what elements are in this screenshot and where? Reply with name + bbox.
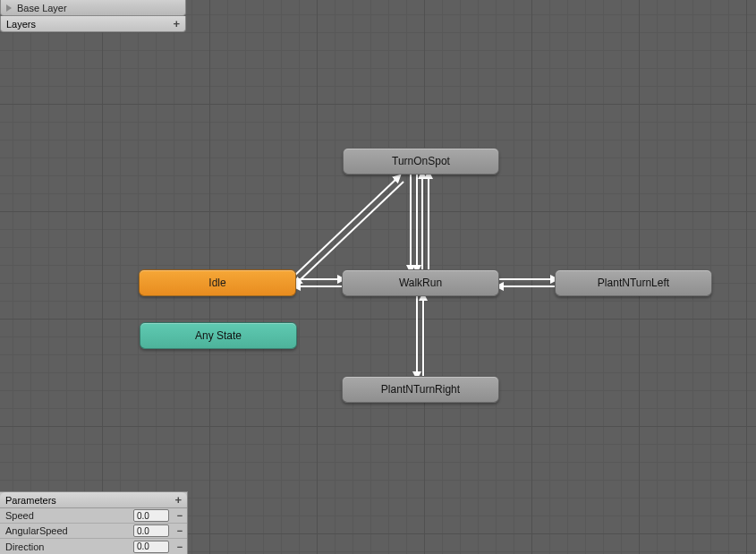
remove-parameter-button[interactable]: − (173, 510, 187, 521)
parameter-row[interactable]: AngularSpeed 0.0 − (0, 524, 187, 539)
node-label: WalkRun (399, 277, 442, 289)
remove-parameter-button[interactable]: − (173, 525, 187, 536)
add-layer-button[interactable]: + (173, 18, 180, 30)
parameter-value-input[interactable]: 0.0 (133, 541, 169, 553)
remove-parameter-button[interactable]: − (173, 541, 187, 552)
parameter-name: Direction (5, 541, 130, 552)
parameter-value-input[interactable]: 0.0 (133, 509, 169, 522)
node-label: PlantNTurnLeft (598, 277, 669, 289)
node-label: TurnOnSpot (392, 155, 450, 167)
state-node-idle[interactable]: Idle (139, 269, 296, 296)
layers-header-label: Layers (6, 19, 36, 30)
state-node-turn-on-spot[interactable]: TurnOnSpot (343, 148, 499, 175)
add-parameter-button[interactable]: + (174, 494, 182, 506)
node-label: PlantNTurnRight (381, 383, 460, 396)
parameter-row[interactable]: Direction 0.0 − (0, 539, 187, 554)
layer-tab[interactable]: Base Layer (0, 0, 186, 16)
parameters-panel: Parameters + Speed 0.0 − AngularSpeed 0.… (0, 491, 188, 554)
state-node-any-state[interactable]: Any State (140, 322, 297, 349)
parameter-name: AngularSpeed (5, 525, 130, 536)
parameter-row[interactable]: Speed 0.0 − (0, 508, 187, 524)
layer-tab-label: Base Layer (17, 3, 67, 13)
parameters-header[interactable]: Parameters + (0, 492, 187, 508)
parameter-name: Speed (5, 510, 130, 521)
state-node-plant-n-turn-right[interactable]: PlantNTurnRight (342, 376, 499, 403)
parameter-value-input[interactable]: 0.0 (133, 524, 169, 537)
node-label: Any State (195, 329, 242, 342)
layers-header[interactable]: Layers + (0, 16, 186, 32)
parameters-header-label: Parameters (5, 495, 56, 506)
play-arrow-icon (6, 4, 12, 12)
state-node-walk-run[interactable]: WalkRun (342, 269, 499, 296)
state-node-plant-n-turn-left[interactable]: PlantNTurnLeft (555, 269, 712, 296)
node-label: Idle (208, 277, 225, 289)
